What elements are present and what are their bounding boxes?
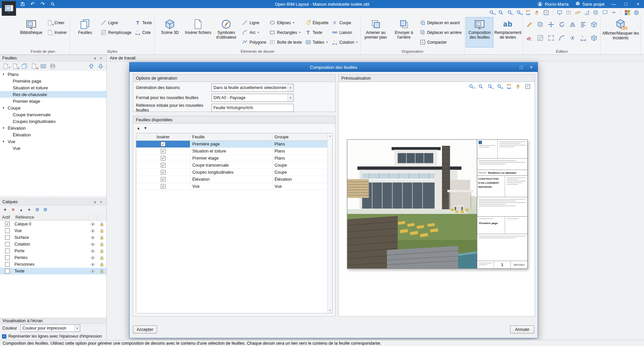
zoom-extents-icon[interactable] <box>497 9 505 16</box>
ruler-icon[interactable] <box>574 9 582 16</box>
lock-icon[interactable] <box>97 222 106 227</box>
couleur-select[interactable]: Couleur pour impression ∨ <box>20 325 80 332</box>
tree-group-plans[interactable]: ▾Plans <box>0 71 106 78</box>
dialog-titlebar[interactable]: Composition des feuilles □ × <box>130 62 538 72</box>
visibility-eye-icon[interactable] <box>88 242 97 247</box>
tree-group-vue[interactable]: ▾Vue <box>0 138 106 145</box>
layer-settings-button[interactable]: ⚙ <box>34 206 41 213</box>
move-button[interactable] <box>546 19 556 30</box>
liaison-button[interactable]: Liaison <box>331 28 359 37</box>
close-panel-icon[interactable]: × <box>98 200 104 204</box>
expander-icon[interactable]: ▾ <box>3 106 6 110</box>
windows-layout-icon[interactable] <box>623 9 632 16</box>
remplissage-button[interactable]: Remplissage <box>99 28 133 37</box>
delete-layer-button[interactable]: × <box>10 206 16 213</box>
layer-row[interactable]: ✓ Vue <box>0 227 106 234</box>
symboles-utilisateur-button[interactable]: Symboles d'utilisateur <box>212 17 240 47</box>
tree-item[interactable]: Élévation <box>0 131 106 138</box>
cote-style-button[interactable]: Cote <box>134 28 153 37</box>
cancel-button[interactable]: Annuler <box>510 326 534 334</box>
thickness-checkbox-row[interactable]: ✓ Représenter les lignes avec l'épaisseu… <box>0 333 106 340</box>
mirror-button[interactable] <box>567 19 578 30</box>
lock-icon[interactable] <box>97 249 106 254</box>
user-chip[interactable]: Rocío María <box>534 0 572 8</box>
etiquette-button[interactable]: Étiquette <box>304 18 330 27</box>
layer-active-checkbox[interactable]: ✓ <box>5 249 10 253</box>
texte-style-button[interactable]: TTexte <box>134 18 153 27</box>
layer-row[interactable]: ✓ Personnes <box>0 261 106 268</box>
redraw-icon[interactable] <box>524 9 532 16</box>
tree-group-coupe[interactable]: ▾Coupe <box>0 104 106 111</box>
edit-sheet-button[interactable] <box>39 62 47 70</box>
visibility-eye-icon[interactable] <box>88 235 97 240</box>
deplacer-arriere-button[interactable]: Déplacer en arrière <box>418 28 463 37</box>
visibility-eye-icon[interactable] <box>88 228 97 233</box>
erase-button[interactable] <box>525 33 535 43</box>
row-up-button[interactable]: ▲ <box>137 126 140 130</box>
layer-row[interactable]: ✓ Calque 0 <box>0 221 106 227</box>
texte-button[interactable]: TTexte <box>304 28 330 37</box>
tree-item-selected[interactable]: Rez-de-chaussée <box>0 91 106 98</box>
amener-premier-plan-button[interactable]: Amener au premier plan <box>362 17 390 47</box>
chevron-down-icon[interactable]: ∨ <box>287 84 293 91</box>
layer-active-checkbox[interactable]: ✓ <box>5 228 10 233</box>
rotate-button[interactable] <box>557 19 567 30</box>
remplacement-textes-button[interactable]: ab Remplacement de textes <box>494 17 522 47</box>
table-row[interactable]: ✓ Situation et toiture Plans <box>136 148 327 155</box>
table-scrollbar[interactable]: ▲ ▼ <box>327 133 332 313</box>
move-sheet-up-button[interactable] <box>87 62 95 70</box>
thickness-checkbox[interactable]: ✓ <box>2 334 6 339</box>
redraw-icon[interactable] <box>505 83 513 90</box>
expander-icon[interactable]: ▾ <box>3 73 6 76</box>
tree-item[interactable]: Coupes longitudinales <box>0 118 106 125</box>
layer-active-checkbox[interactable]: ✓ <box>5 242 10 247</box>
layer-active-checkbox[interactable]: ✓ <box>5 222 10 226</box>
lock-icon[interactable] <box>97 262 106 267</box>
align-button[interactable] <box>578 19 588 30</box>
deplacer-avant-button[interactable]: Déplacer en avant <box>418 18 463 27</box>
zoom-in-icon[interactable]: + <box>495 83 504 90</box>
insert-checkbox[interactable]: ✓ <box>161 170 165 175</box>
move-sheet-down-button[interactable] <box>97 62 105 70</box>
full-window-icon[interactable] <box>542 9 550 16</box>
pan-icon[interactable] <box>514 83 523 90</box>
layer-active-checkbox[interactable]: ✓ <box>5 269 10 273</box>
edit-arc-button[interactable] <box>557 33 567 43</box>
tree-item[interactable]: Coupe transversale <box>0 111 106 118</box>
generation-dropdown[interactable]: Dans la feuille actuellement sélectionné… <box>211 84 294 92</box>
expander-icon[interactable]: ▾ <box>3 140 6 143</box>
expander-icon[interactable]: ▾ <box>3 126 6 130</box>
boite-texte-button[interactable]: Boîte de texte <box>268 38 303 47</box>
measure-button[interactable] <box>578 33 588 43</box>
layer-row[interactable]: ✓ Surface <box>0 234 106 241</box>
layer-display-settings-button[interactable]: ⚙ <box>42 206 49 213</box>
insert-checkbox[interactable]: ✓ <box>161 184 165 189</box>
bibliotheque-button[interactable]: Bibliothèque <box>17 17 45 47</box>
view-3d-alt-button[interactable] <box>589 33 599 43</box>
edit-hatch-button[interactable] <box>535 33 545 43</box>
app-logo[interactable] <box>2 1 16 16</box>
insert-checkbox[interactable]: ✓ <box>161 163 165 168</box>
lock-icon[interactable] <box>97 242 106 247</box>
lock-icon[interactable] <box>97 228 106 233</box>
lock-icon[interactable] <box>97 235 106 240</box>
minimize-button[interactable]: — <box>608 0 620 8</box>
zoom-out-icon[interactable]: − <box>486 83 494 90</box>
new-sheet-button[interactable]: * <box>2 62 10 70</box>
delete-sheet-button[interactable]: × <box>30 62 38 70</box>
creer-button[interactable]: + Créer <box>46 18 68 27</box>
layer-row[interactable]: ✓ Pentes <box>0 254 106 261</box>
save-icon[interactable] <box>19 1 26 7</box>
add-layer-button[interactable]: + <box>2 206 8 213</box>
layer-row[interactable]: ✓ Cotation <box>0 241 106 248</box>
inserer-fichiers-button[interactable]: Insérer fichiers <box>184 17 212 47</box>
arc-button[interactable]: Arc▾ <box>241 28 267 37</box>
comment-icon[interactable] <box>601 9 609 16</box>
table-row[interactable]: ✓ Premier étage Plans <box>136 155 327 162</box>
undo-icon[interactable]: ↶ <box>30 1 36 7</box>
coupe-button[interactable]: Coupe <box>331 18 359 27</box>
cotation-button[interactable]: Cotation▾ <box>331 38 359 47</box>
visibility-eye-icon[interactable] <box>88 222 97 227</box>
insert-checkbox[interactable]: ✓ <box>161 142 165 146</box>
visibility-eye-icon[interactable] <box>88 249 97 254</box>
